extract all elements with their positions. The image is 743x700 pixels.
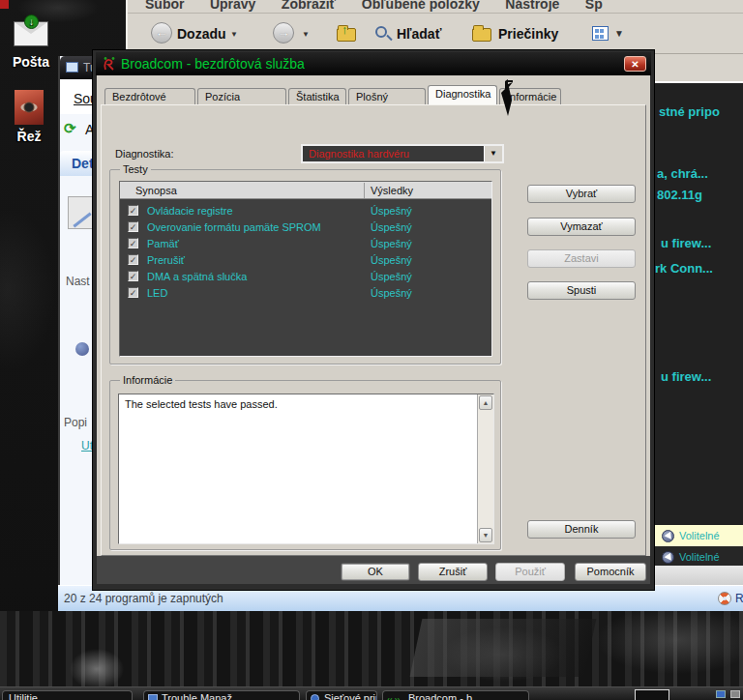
folders-label[interactable]: Priečinky <box>498 26 558 42</box>
tab-strip: Bezdrôtové siete Pozícia spojenia Štatis… <box>104 85 563 104</box>
help-button[interactable]: Pomocník <box>575 563 646 581</box>
column-results[interactable]: Výsledky <box>371 185 413 196</box>
dialog-title: Broadcom - bezdrôtová služba <box>121 56 305 72</box>
apply-button: Použiť <box>495 563 565 581</box>
tests-group-label: Testy <box>120 163 151 175</box>
taskbar-button-label: Broadcom - b... <box>408 692 481 700</box>
forward-dropdown-icon[interactable]: ▼ <box>302 30 310 39</box>
test-row[interactable]: ✓ Overovanie formátu pamäte SPROM Úspešn… <box>120 219 491 236</box>
scroll-down-icon[interactable]: ▼ <box>479 528 492 542</box>
checkbox-checked-icon[interactable]: ✓ <box>128 287 138 298</box>
desktop-icon-mail[interactable]: ↓ Pošta <box>2 21 60 70</box>
tab-statistics[interactable]: Štatistika <box>288 88 346 104</box>
information-groupbox: Informácie The selected tests have passe… <box>109 380 501 550</box>
clear-button[interactable]: Vymazať <box>527 218 636 236</box>
cursor-dot-icon <box>662 551 674 564</box>
test-row[interactable]: ✓ DMA a spätná slučka Úspešný <box>120 269 491 285</box>
cancel-button[interactable]: Zrušiť <box>418 563 488 581</box>
tab-diagnostics[interactable]: Diagnostika <box>428 85 497 104</box>
close-button[interactable]: ✕ <box>624 56 646 72</box>
test-result: Úspešný <box>371 238 412 249</box>
test-row[interactable]: ✓ Ovládacie registre Úspešný <box>120 203 491 219</box>
menu-view[interactable]: Zobraziť <box>282 0 337 12</box>
help-lifebuoy-icon[interactable] <box>718 592 731 605</box>
checkbox-checked-icon[interactable]: ✓ <box>128 238 138 248</box>
taskbar-button-trouble-manager[interactable]: Trouble Manaž... <box>143 690 300 700</box>
dialog-body: Bezdrôtové siete Pozícia spojenia Štatis… <box>97 75 650 584</box>
link-fragment[interactable]: Ut <box>81 439 93 452</box>
menu-help-fragment[interactable]: Sp <box>585 0 603 12</box>
broadcom-logo-icon <box>102 56 117 72</box>
column-synopsis[interactable]: Synopsa <box>135 185 177 196</box>
scroll-up-icon[interactable]: ▲ <box>479 395 492 410</box>
taskbar-button-utilities[interactable]: Utilitie... <box>2 690 133 700</box>
back-button[interactable]: ← <box>151 22 172 44</box>
ok-button[interactable]: OK <box>341 563 410 581</box>
test-name: Prerušiť <box>147 254 185 266</box>
test-result: Úspešný <box>371 271 412 282</box>
menu-favorites[interactable]: Obľúbené položky <box>362 0 480 12</box>
menu-tools[interactable]: Nástroje <box>505 0 559 12</box>
views-icon[interactable] <box>592 26 609 41</box>
tests-list-header: Synopsa Výsledky <box>120 182 491 199</box>
dialog-titlebar[interactable]: Broadcom - bezdrôtová služba ✕ <box>96 52 651 75</box>
taskbar: Utilitie... Trouble Manaž... Sieťové pri… <box>0 686 743 700</box>
tests-list[interactable]: Synopsa Výsledky ✓ Ovládacie registre Ús… <box>119 181 492 357</box>
scrollbar[interactable]: ▲ ▼ <box>477 394 493 543</box>
desktop-wallpaper <box>0 611 743 686</box>
checkbox-checked-icon[interactable]: ✓ <box>128 221 138 232</box>
net-text-fragment: 802.11g <box>657 188 702 202</box>
menu-edit[interactable]: Úpravy <box>210 0 255 12</box>
test-name: Ovládacie registre <box>147 205 233 217</box>
information-textbox[interactable]: The selected tests have passed. ▲ ▼ <box>118 394 494 544</box>
test-name: Overovanie formátu pamäte SPROM <box>147 221 321 233</box>
tab-site-monitor[interactable]: Plošný monitor <box>348 88 426 104</box>
diagnostics-page: Diagnostika: Diagnostika hardvéru ▼ Test… <box>101 104 646 556</box>
views-dropdown-icon[interactable]: ▼ <box>614 28 624 39</box>
back-dropdown-icon[interactable]: ▼ <box>230 30 238 39</box>
menu-bar: Súbor Úpravy Zobraziť Obľúbené položky N… <box>128 0 743 14</box>
search-label[interactable]: Hľadať <box>397 26 441 42</box>
tray-window-icon[interactable] <box>635 689 669 700</box>
wireless-icon: ((·)) <box>387 693 400 700</box>
search-icon[interactable] <box>375 26 387 38</box>
select-button[interactable]: Vybrať <box>527 185 636 203</box>
back-label[interactable]: Dozadu <box>177 26 226 42</box>
log-button[interactable]: Denník <box>527 520 636 539</box>
refresh-icon[interactable]: ⟳ <box>64 120 76 137</box>
taskbar-button-network-connections[interactable]: Sieťové pripojeni... <box>306 690 377 700</box>
folders-icon[interactable] <box>472 28 491 42</box>
checkbox-checked-icon[interactable]: ✓ <box>128 271 138 281</box>
optional-label: Volitelné <box>679 546 720 568</box>
tab-link-status[interactable]: Pozícia spojenia <box>197 88 286 104</box>
test-row[interactable]: ✓ Prerušiť Úspešný <box>120 252 491 269</box>
test-name: Pamäť <box>147 238 179 249</box>
taskbar-button-label: Trouble Manaž... <box>162 692 241 700</box>
globe-icon <box>311 694 319 700</box>
test-result: Úspešný <box>371 205 412 217</box>
desktop-icon-eye[interactable]: Řež <box>0 90 58 144</box>
status-text: 20 z 24 programů je zapnutých <box>64 592 223 605</box>
taskbar-button-broadcom[interactable]: ((·)) Broadcom - b... <box>382 690 529 700</box>
test-row[interactable]: ✓ LED Úspešný <box>120 285 491 302</box>
test-row[interactable]: ✓ Pamäť Úspešný <box>120 236 491 252</box>
pointer-badge-icon <box>75 342 89 356</box>
test-result: Úspešný <box>371 254 412 266</box>
net-text-fragment: u firew... <box>661 369 711 384</box>
dialog-button-strip: OK Zrušiť Použiť Pomocník <box>97 556 650 584</box>
tray-signal-icon[interactable] <box>730 690 740 698</box>
chevron-down-icon[interactable]: ▼ <box>484 146 502 161</box>
folder-up-icon[interactable]: ↑ <box>337 28 356 42</box>
test-result: Úspešný <box>371 221 412 233</box>
tray-display-icon[interactable] <box>716 690 726 698</box>
custom-cursor <box>495 79 520 118</box>
menu-file[interactable]: Súbor <box>145 0 184 12</box>
forward-arrow-icon: → <box>278 25 290 40</box>
close-icon: ✕ <box>631 59 639 70</box>
diagnostics-dropdown[interactable]: Diagnostika hardvéru ▼ <box>301 144 504 163</box>
checkbox-checked-icon[interactable]: ✓ <box>128 254 138 265</box>
run-button[interactable]: Spusti <box>527 281 636 300</box>
checkbox-checked-icon[interactable]: ✓ <box>128 205 138 216</box>
forward-button[interactable]: → <box>273 22 294 44</box>
tab-wireless-networks[interactable]: Bezdrôtové siete <box>104 88 195 104</box>
